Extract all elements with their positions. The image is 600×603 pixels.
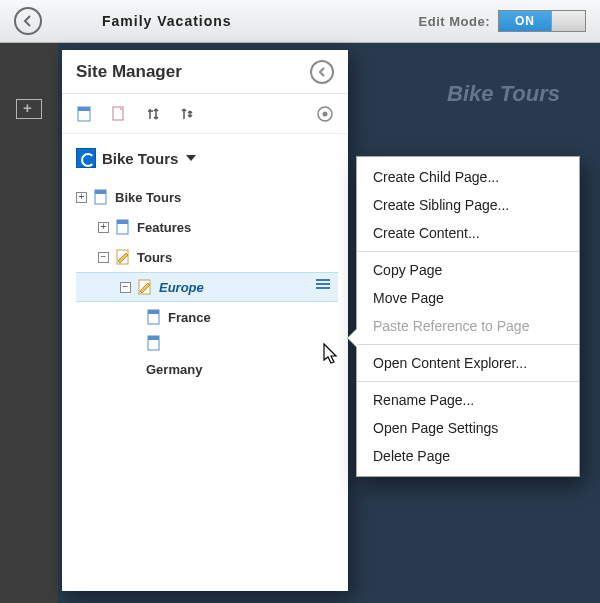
svg-rect-12 (148, 310, 159, 314)
settings-gear-icon[interactable] (316, 105, 334, 123)
collapse-all-icon[interactable] (178, 105, 196, 123)
menu-paste-reference: Paste Reference to Page (357, 312, 579, 340)
collapse-panel-button[interactable] (310, 60, 334, 84)
expand-all-icon[interactable] (144, 105, 162, 123)
menu-create-content[interactable]: Create Content... (357, 219, 579, 247)
page-icon (146, 335, 162, 351)
row-menu-icon[interactable] (316, 279, 330, 289)
menu-rename[interactable]: Rename Page... (357, 386, 579, 414)
page-icon (115, 219, 131, 235)
tree-node-label: Features (137, 220, 191, 235)
tree-node-label: France (168, 310, 211, 325)
pointer-cursor-icon (320, 342, 342, 368)
menu-create-child[interactable]: Create Child Page... (357, 163, 579, 191)
top-bar: Family Vacations Edit Mode: ON (0, 0, 600, 43)
tree-node-label: Europe (159, 280, 204, 295)
tree-node-label: Germany (146, 362, 202, 377)
collapse-toggle-icon[interactable]: − (98, 252, 109, 263)
tree-node-france[interactable]: France (76, 302, 338, 332)
back-button[interactable] (14, 7, 42, 35)
chevron-down-icon (186, 155, 196, 161)
site-manager-panel: Site Manager Bike Tours + (62, 50, 348, 591)
switch-knob (551, 11, 585, 31)
breadcrumb-site-icon (76, 148, 96, 168)
site-manager-toolbar (62, 94, 348, 134)
collapse-toggle-icon[interactable]: − (120, 282, 131, 293)
tree-node-label: Bike Tours (115, 190, 181, 205)
page-tree: + Bike Tours + Features − (76, 182, 338, 384)
svg-rect-14 (148, 336, 159, 340)
menu-open-explorer[interactable]: Open Content Explorer... (357, 349, 579, 377)
expand-toggle-icon[interactable]: + (76, 192, 87, 203)
tree-node-features[interactable]: + Features (76, 212, 338, 242)
svg-rect-1 (78, 107, 90, 111)
modified-page-icon (115, 249, 131, 265)
menu-delete[interactable]: Delete Page (357, 442, 579, 470)
menu-move-page[interactable]: Move Page (357, 284, 579, 312)
menu-create-sibling[interactable]: Create Sibling Page... (357, 191, 579, 219)
svg-rect-6 (95, 190, 106, 194)
menu-open-settings[interactable]: Open Page Settings (357, 414, 579, 442)
breadcrumb-label: Bike Tours (102, 150, 178, 167)
expand-toggle-icon[interactable]: + (98, 222, 109, 233)
add-panel-icon[interactable] (16, 99, 42, 119)
modified-page-icon (137, 279, 153, 295)
svg-point-4 (323, 111, 328, 116)
menu-copy-page[interactable]: Copy Page (357, 256, 579, 284)
page-icon (146, 309, 162, 325)
tree-node-germany[interactable]: Germany (76, 354, 338, 384)
page-icon (93, 189, 109, 205)
menu-separator (357, 381, 579, 382)
left-rail (0, 43, 58, 603)
tree-node-cutoff[interactable] (76, 332, 338, 354)
tree-node-europe[interactable]: − Europe (76, 272, 338, 302)
new-blank-page-icon[interactable] (110, 105, 128, 123)
menu-separator (357, 251, 579, 252)
tree-node-tours[interactable]: − Tours (76, 242, 338, 272)
switch-on-label: ON (499, 11, 551, 31)
edit-mode-label: Edit Mode: (419, 14, 490, 29)
tree-node-label: Tours (137, 250, 172, 265)
context-menu: Create Child Page... Create Sibling Page… (356, 156, 580, 477)
tree-node-root[interactable]: + Bike Tours (76, 182, 338, 212)
edit-mode-switch[interactable]: ON (498, 10, 586, 32)
menu-separator (357, 344, 579, 345)
site-manager-title: Site Manager (76, 62, 310, 82)
page-title: Family Vacations (102, 13, 232, 29)
content-banner-title: Bike Tours (447, 81, 560, 107)
breadcrumb[interactable]: Bike Tours (76, 148, 338, 168)
new-page-icon[interactable] (76, 105, 94, 123)
svg-rect-8 (117, 220, 128, 224)
